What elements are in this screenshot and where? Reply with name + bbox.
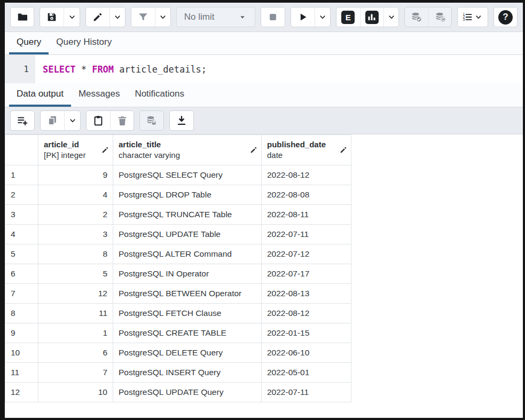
chevron-down-icon	[158, 12, 168, 22]
sql-editor[interactable]: 1 SELECT * FROM article_details;	[5, 55, 523, 83]
database-rollback-icon	[435, 11, 446, 23]
chevron-down-icon	[68, 116, 77, 125]
download-csv-button[interactable]	[170, 111, 193, 130]
add-row-button[interactable]	[11, 111, 34, 130]
article-id-cell[interactable]: 7	[38, 363, 113, 383]
edit-menu-button[interactable]	[109, 7, 126, 27]
column-header-article-id[interactable]: article_id [PK] integer	[38, 135, 113, 165]
save-file-button[interactable]	[40, 7, 64, 27]
tab-messages[interactable]: Messages	[71, 83, 127, 107]
help-button[interactable]: ?	[494, 7, 518, 27]
row-number-cell[interactable]: 7	[5, 284, 38, 304]
article-title-cell[interactable]: PostgreSQL TRUNCATE Table	[113, 205, 262, 225]
row-number-cell[interactable]: 1	[5, 165, 38, 185]
open-file-button[interactable]	[11, 7, 34, 27]
edit-button[interactable]	[86, 7, 109, 27]
table-row: 6 5 PostgreSQL IN Operator 2022-07-17	[5, 264, 351, 284]
article-title-cell[interactable]: PostgreSQL SELECT Query	[113, 165, 262, 185]
copy-button[interactable]	[41, 111, 64, 130]
tab-data-output[interactable]: Data output	[9, 83, 71, 107]
edit-column-icon[interactable]	[339, 146, 348, 154]
article-title-cell[interactable]: PostgreSQL FETCH Clause	[113, 304, 262, 323]
published-date-cell[interactable]: 2022-07-17	[262, 264, 351, 284]
published-date-cell[interactable]: 2022-07-12	[262, 244, 351, 264]
article-id-cell[interactable]: 1	[38, 323, 113, 343]
tab-query-history[interactable]: Query History	[49, 32, 119, 54]
row-number-cell[interactable]: 5	[5, 244, 38, 264]
article-title-cell[interactable]: PostgreSQL CREATE TABLE	[113, 323, 262, 343]
delete-row-button[interactable]	[110, 111, 134, 130]
article-title-cell[interactable]: PostgreSQL ALTER Command	[113, 244, 262, 264]
published-date-cell[interactable]: 2022-08-08	[262, 185, 351, 205]
published-date-cell[interactable]: 2022-08-12	[262, 165, 351, 185]
column-header-published-date[interactable]: published_date date	[262, 135, 351, 165]
article-id-cell[interactable]: 12	[38, 284, 113, 304]
published-date-cell[interactable]: 2022-06-10	[262, 343, 351, 363]
execute-menu-button[interactable]	[315, 7, 331, 27]
row-number-cell[interactable]: 2	[5, 185, 38, 205]
published-date-cell[interactable]: 2022-07-11	[262, 383, 351, 402]
row-number-cell[interactable]: 9	[5, 323, 38, 343]
article-id-cell[interactable]: 5	[38, 264, 113, 284]
save-file-menu-button[interactable]	[64, 7, 80, 27]
copy-menu-button[interactable]	[64, 111, 80, 130]
edit-column-icon[interactable]	[249, 146, 258, 154]
article-title-cell[interactable]: PostgreSQL BETWEEN Operator	[113, 284, 262, 304]
column-type: date	[267, 150, 337, 161]
article-title-cell[interactable]: PostgreSQL UPDATE Query	[113, 383, 262, 402]
article-title-cell[interactable]: PostgreSQL DELETE Query	[113, 343, 262, 363]
published-date-cell[interactable]: 2022-01-15	[262, 323, 351, 343]
article-id-cell[interactable]: 11	[38, 304, 113, 323]
article-id-cell[interactable]: 3	[38, 225, 113, 244]
tab-notifications[interactable]: Notifications	[127, 83, 192, 107]
article-id-cell[interactable]: 8	[38, 244, 113, 264]
column-header-article-title[interactable]: article_title character varying	[113, 135, 262, 165]
macros-button[interactable]: 123	[458, 7, 487, 27]
article-id-cell[interactable]: 4	[38, 185, 113, 205]
row-number-cell[interactable]: 4	[5, 225, 38, 244]
published-date-cell[interactable]: 2022-08-11	[262, 205, 351, 225]
explain-analyze-button[interactable]	[360, 7, 383, 27]
row-number-cell[interactable]: 12	[5, 383, 38, 402]
copy-icon	[46, 115, 58, 126]
row-number-cell[interactable]: 8	[5, 304, 38, 323]
article-id-cell[interactable]: 9	[38, 165, 113, 185]
row-number-cell[interactable]: 6	[5, 264, 38, 284]
cancel-query-button[interactable]	[261, 7, 285, 27]
filter-menu-button[interactable]	[155, 7, 171, 27]
results-grid: article_id [PK] integer article_title ch…	[5, 134, 523, 418]
save-data-changes-button[interactable]	[140, 111, 163, 130]
tab-query[interactable]: Query	[9, 32, 49, 54]
published-date-cell[interactable]: 2022-08-13	[262, 284, 351, 304]
row-limit-select[interactable]: No limit	[176, 7, 256, 27]
article-title-cell[interactable]: PostgreSQL DROP Table	[113, 185, 262, 205]
explain-menu-button[interactable]	[383, 7, 399, 27]
commit-button[interactable]	[405, 7, 428, 27]
database-save-icon	[146, 115, 158, 126]
article-id-cell[interactable]: 2	[38, 205, 113, 225]
row-number-cell[interactable]: 3	[5, 205, 38, 225]
filter-button[interactable]	[131, 7, 155, 27]
edit-column-icon[interactable]	[101, 146, 109, 154]
select-all-header[interactable]	[5, 135, 38, 165]
explain-icon: E	[341, 11, 355, 24]
execute-button[interactable]	[291, 7, 315, 27]
sql-code-line[interactable]: SELECT * FROM article_details;	[35, 55, 523, 83]
sql-keyword: SELECT	[43, 64, 75, 75]
published-date-cell[interactable]: 2022-08-12	[262, 304, 351, 323]
table-row: 5 8 PostgreSQL ALTER Command 2022-07-12	[5, 244, 351, 264]
article-id-cell[interactable]: 10	[38, 383, 113, 402]
article-title-cell[interactable]: PostgreSQL IN Operator	[113, 264, 262, 284]
row-number-cell[interactable]: 11	[5, 363, 38, 383]
tab-data-output-label: Data output	[17, 89, 64, 99]
published-date-cell[interactable]: 2022-07-11	[262, 225, 351, 244]
article-title-cell[interactable]: PostgreSQL INSERT Query	[113, 363, 262, 383]
article-title-cell[interactable]: PostgreSQL UPDATE Table	[113, 225, 262, 244]
published-date-cell[interactable]: 2022-05-01	[262, 363, 351, 383]
table-row: 4 3 PostgreSQL UPDATE Table 2022-07-11	[5, 225, 351, 244]
rollback-button[interactable]	[428, 7, 452, 27]
row-number-cell[interactable]: 10	[5, 343, 38, 363]
explain-button[interactable]: E	[336, 7, 360, 27]
article-id-cell[interactable]: 6	[38, 343, 113, 363]
paste-button[interactable]	[87, 111, 110, 130]
